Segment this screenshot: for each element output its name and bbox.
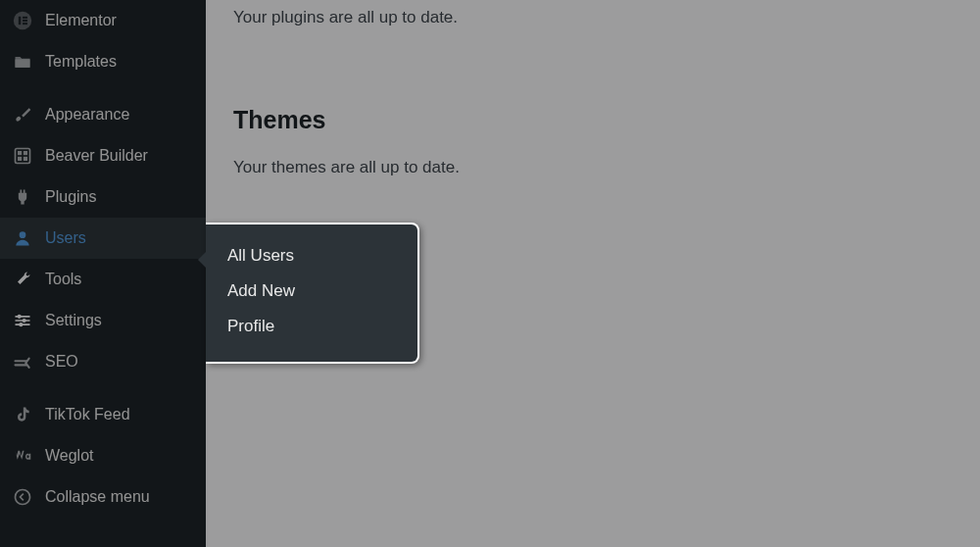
plugins-status-text: Your plugins are all up to date. [233,8,953,27]
submenu-item-profile[interactable]: Profile [206,309,417,344]
elementor-icon [12,10,33,31]
seo-icon [12,351,33,373]
sidebar-item-users[interactable]: Users [0,218,206,259]
sidebar-item-label: Settings [45,312,102,329]
svg-rect-2 [23,17,27,19]
collapse-icon [12,486,33,508]
weglot-icon [12,445,33,467]
svg-point-13 [19,323,23,326]
tiktok-icon [12,404,33,425]
paintbrush-icon [12,104,33,125]
sidebar-separator [0,82,206,94]
sliders-icon [12,310,33,331]
users-submenu: All Users Add New Profile [206,223,419,364]
sidebar-item-label: Weglot [45,447,94,465]
themes-heading: Themes [233,106,953,134]
sidebar-item-label: Tools [45,271,81,288]
person-icon [12,227,33,249]
admin-sidebar: Elementor Templates Appearance Beaver Bu… [0,0,206,547]
folder-icon [12,51,33,73]
sidebar-item-appearance[interactable]: Appearance [0,94,206,135]
svg-point-14 [16,490,30,505]
sidebar-item-seo[interactable]: SEO [0,341,206,382]
submenu-item-add-new[interactable]: Add New [206,274,417,309]
sidebar-item-collapse-menu[interactable]: Collapse menu [0,476,206,518]
wrench-icon [12,269,33,290]
sidebar-item-label: Users [45,229,86,247]
sidebar-item-settings[interactable]: Settings [0,300,206,341]
submenu-item-all-users[interactable]: All Users [206,238,417,274]
sidebar-item-weglot[interactable]: Weglot [0,435,206,476]
plug-icon [12,186,33,208]
sidebar-item-label: Elementor [45,12,117,29]
sidebar-item-tiktok-feed[interactable]: TikTok Feed [0,394,206,435]
sidebar-item-label: Beaver Builder [45,147,148,165]
sidebar-item-plugins[interactable]: Plugins [0,176,206,218]
sidebar-item-label: TikTok Feed [45,406,130,423]
svg-rect-3 [23,20,27,22]
sidebar-item-elementor[interactable]: Elementor [0,0,206,41]
sidebar-item-label: Plugins [45,188,96,206]
svg-rect-7 [24,151,27,155]
sidebar-item-beaver-builder[interactable]: Beaver Builder [0,135,206,176]
svg-rect-4 [23,23,27,25]
submenu-item-label: Profile [227,317,274,335]
sidebar-item-label: SEO [45,353,78,371]
sidebar-item-label: Appearance [45,106,129,124]
submenu-item-label: Add New [227,281,295,300]
dashboard-icon [12,145,33,167]
svg-rect-5 [16,149,30,164]
svg-point-12 [23,319,26,323]
sidebar-item-tools[interactable]: Tools [0,259,206,300]
themes-status-text: Your themes are all up to date. [233,158,953,177]
svg-point-10 [20,231,26,238]
submenu-item-label: All Users [227,246,294,265]
svg-rect-6 [18,151,22,155]
sidebar-item-templates[interactable]: Templates [0,41,206,82]
sidebar-item-label: Templates [45,53,117,71]
svg-rect-9 [24,157,27,161]
svg-rect-1 [19,17,21,25]
sidebar-separator [0,382,206,394]
svg-point-11 [18,315,22,319]
svg-rect-8 [18,157,22,161]
sidebar-item-label: Collapse menu [45,488,150,506]
